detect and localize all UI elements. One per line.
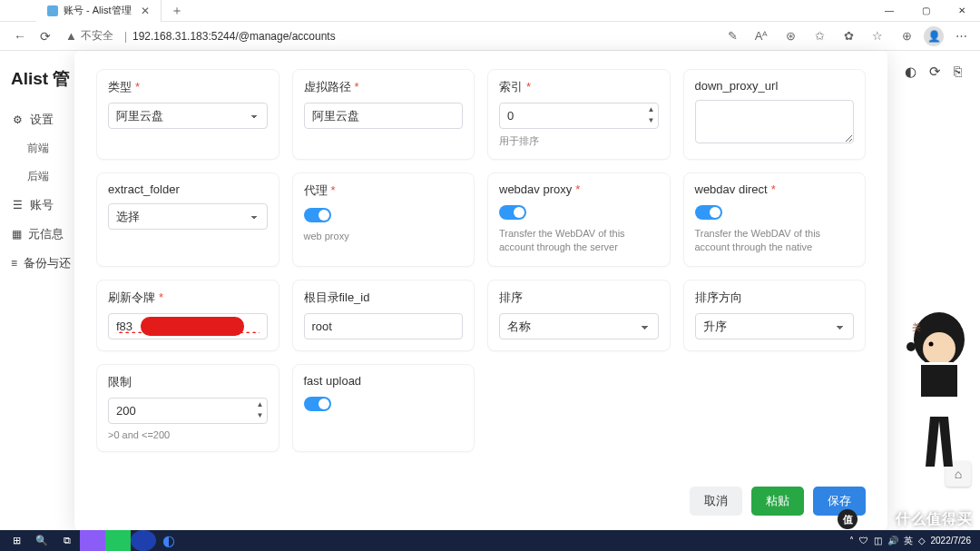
minimize-button[interactable]: —: [871, 0, 907, 22]
modal-footer: 取消 粘贴 保存: [96, 474, 866, 516]
cancel-button[interactable]: 取消: [690, 487, 742, 516]
window-title-bar: 账号 - Alist管理 ✕ ＋ — ▢ ✕: [0, 0, 980, 22]
sort-direction-select[interactable]: 升序: [695, 313, 855, 339]
app-title: Alist 管: [0, 62, 74, 105]
refresh-token-input[interactable]: [108, 313, 268, 339]
field-virtual-path: 虚拟路径*: [292, 69, 475, 160]
fast-upload-toggle[interactable]: [304, 397, 331, 411]
field-index: 索引* ▲▼ 用于排序: [487, 69, 671, 160]
clock[interactable]: 2022/7/26: [931, 536, 972, 546]
sidebar-item-backup[interactable]: ≡ 备份与还: [0, 249, 74, 278]
tray-network-icon[interactable]: ◫: [874, 536, 882, 546]
text-size-icon[interactable]: Aᴬ: [750, 25, 773, 48]
tray-icon-5[interactable]: ◇: [918, 536, 926, 546]
windows-taskbar: ⊞ 🔍 ⧉ ◐ ˄ 🛡 ◫ 🔊 英 ◇ 2022/7/26: [0, 530, 980, 551]
svg-point-1: [923, 332, 956, 365]
search-icon[interactable]: 🔍: [29, 530, 54, 551]
tray-volume-icon[interactable]: 🔊: [887, 536, 898, 546]
webdav-proxy-hint: Transfer the WebDAV of this account thro…: [499, 227, 659, 255]
limit-hint: >0 and <=200: [108, 429, 268, 440]
tab-favicon: [47, 5, 58, 16]
back-button[interactable]: ←: [7, 24, 33, 49]
webdav-proxy-toggle[interactable]: [499, 205, 526, 220]
field-extract-folder: extract_folder 选择: [96, 172, 279, 267]
sidebar-item-label: 设置: [30, 112, 54, 128]
anime-character-overlay: 美: [898, 294, 980, 476]
start-button[interactable]: ⊞: [4, 530, 29, 551]
sidebar-item-backend[interactable]: 后端: [0, 162, 74, 191]
paste-button[interactable]: 粘贴: [751, 487, 804, 516]
url-box[interactable]: ▲ 不安全 | 192.168.31.183:5244/@manage/acco…: [65, 28, 713, 44]
sort-select[interactable]: 名称: [499, 313, 659, 339]
reader-icon[interactable]: ✎: [720, 25, 744, 48]
refresh-button[interactable]: ⟳: [33, 24, 58, 49]
browser-right-icons: ✎ Aᴬ ⊛ ✩ ✿ ☆ ⊕ 👤 ⋯: [720, 25, 973, 48]
list-icon: ☰: [11, 199, 24, 212]
extensions-icon[interactable]: ✿: [837, 25, 860, 48]
stepper-down-icon[interactable]: ▼: [648, 115, 655, 126]
stepper-up-icon[interactable]: ▲: [648, 104, 655, 115]
maximize-button[interactable]: ▢: [907, 0, 944, 22]
close-tab-icon[interactable]: ✕: [141, 5, 150, 17]
url-text: 192.168.31.183:5244/@manage/accounts: [132, 30, 336, 43]
sidebar-item-label: 元信息: [28, 226, 64, 242]
sidebar-item-frontend[interactable]: 前端: [0, 134, 74, 162]
taskbar-app-4[interactable]: ◐: [156, 530, 181, 551]
limit-input[interactable]: [108, 398, 268, 424]
profile-avatar[interactable]: 👤: [924, 26, 944, 46]
translate-icon[interactable]: ⊛: [779, 25, 802, 48]
sidebar-item-settings[interactable]: ⚙ 设置: [0, 105, 74, 134]
grid-icon: ▦: [11, 228, 22, 241]
taskbar-app-2[interactable]: [105, 530, 131, 551]
field-fast-upload: fast upload: [292, 364, 475, 452]
down-proxy-url-textarea[interactable]: [695, 100, 855, 143]
svg-rect-3: [921, 365, 957, 397]
close-window-button[interactable]: ✕: [944, 0, 980, 22]
collections-icon[interactable]: ⊕: [895, 25, 918, 48]
task-view-icon[interactable]: ⧉: [54, 530, 80, 551]
index-input[interactable]: [499, 103, 659, 129]
logout-icon[interactable]: ⎘: [954, 64, 962, 80]
field-sort-direction: 排序方向 升序: [683, 280, 867, 351]
tab-title: 账号 - Alist管理: [64, 4, 132, 17]
field-down-proxy-url: down_proxy_url: [683, 69, 867, 160]
root-file-id-input[interactable]: [304, 313, 464, 339]
stepper-down-icon[interactable]: ▼: [257, 410, 264, 421]
tray-chevron-icon[interactable]: ˄: [849, 536, 854, 546]
menu-icon[interactable]: ⋯: [949, 25, 973, 48]
scroll-top-button[interactable]: ⌂: [946, 461, 971, 487]
field-type: 类型* 阿里云盘: [96, 69, 279, 160]
ime-indicator[interactable]: 英: [904, 535, 913, 547]
address-bar: ← ⟳ ▲ 不安全 | 192.168.31.183:5244/@manage/…: [0, 22, 980, 51]
svg-point-4: [929, 342, 934, 347]
sidebar-item-meta[interactable]: ▦ 元信息: [0, 220, 74, 249]
save-button[interactable]: 保存: [813, 487, 866, 516]
webdav-direct-toggle[interactable]: [695, 205, 722, 220]
extract-folder-select[interactable]: 选择: [108, 203, 268, 230]
security-warning-text: 不安全: [81, 28, 113, 44]
favorites-bar-icon[interactable]: ☆: [866, 25, 889, 48]
security-warning-icon: ▲: [65, 29, 77, 43]
proxy-toggle[interactable]: [304, 208, 331, 222]
reload-icon[interactable]: ⟳: [929, 64, 941, 80]
field-refresh-token: 刷新令牌*: [96, 280, 279, 351]
svg-rect-2: [926, 362, 953, 417]
favorite-icon[interactable]: ✩: [808, 25, 831, 48]
system-tray: ˄ 🛡 ◫ 🔊 英 ◇ 2022/7/26: [849, 535, 977, 547]
stepper-up-icon[interactable]: ▲: [257, 399, 264, 410]
sidebar-item-accounts[interactable]: ☰ 账号: [0, 191, 74, 220]
smzdm-watermark: 什么值得买: [896, 510, 973, 529]
edge-browser-icon[interactable]: [131, 530, 156, 551]
webdav-direct-hint: Transfer the WebDAV of this account thro…: [695, 227, 855, 255]
field-proxy: 代理* web proxy: [292, 172, 475, 267]
db-icon: ≡: [11, 257, 17, 270]
type-select[interactable]: 阿里云盘: [108, 103, 268, 129]
main-area: Alist 管 ⚙ 设置 前端 后端 ☰ 账号 ▦ 元信息 ≡ 备份与还 ◐ ⟳…: [0, 51, 980, 530]
new-tab-button[interactable]: ＋: [171, 3, 183, 19]
taskbar-app-1[interactable]: [80, 530, 105, 551]
tray-shield-icon[interactable]: 🛡: [859, 536, 868, 546]
dark-mode-icon[interactable]: ◐: [905, 64, 916, 80]
url-separator: |: [124, 30, 127, 43]
browser-tab[interactable]: 账号 - Alist管理 ✕: [36, 0, 162, 22]
virtual-path-input[interactable]: [304, 103, 464, 129]
